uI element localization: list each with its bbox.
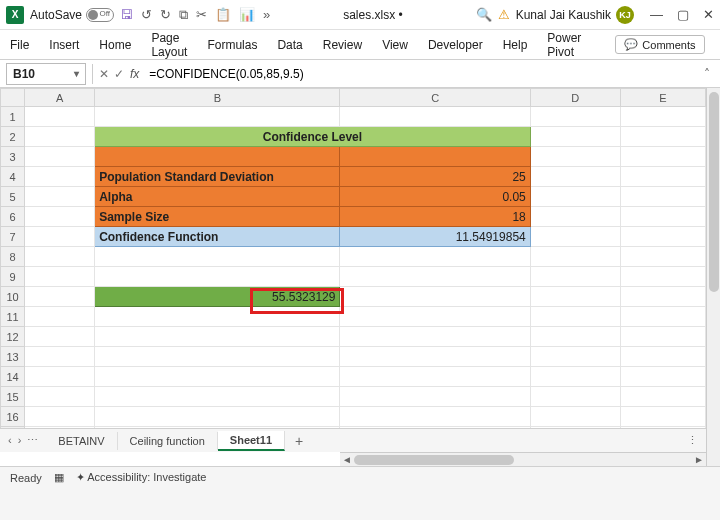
sheet-tab[interactable]: Ceiling function	[118, 432, 218, 450]
row-header[interactable]: 9	[1, 267, 25, 287]
row-header[interactable]: 13	[1, 347, 25, 367]
chevron-down-icon[interactable]: ▾	[74, 68, 79, 79]
row-header[interactable]: 2	[1, 127, 25, 147]
close-icon[interactable]: ✕	[703, 7, 714, 22]
name-box[interactable]: B10 ▾	[6, 63, 86, 85]
sheet-tab[interactable]: BETAINV	[46, 432, 117, 450]
tab-developer[interactable]: Developer	[426, 36, 485, 54]
tab-view[interactable]: View	[380, 36, 410, 54]
value-cell[interactable]: 11.54919854	[340, 227, 530, 247]
select-all-corner[interactable]	[1, 89, 25, 107]
label-cell[interactable]: Sample Size	[95, 207, 340, 227]
row-header[interactable]: 16	[1, 407, 25, 427]
more-icon[interactable]: »	[263, 7, 270, 22]
row-header[interactable]: 3	[1, 147, 25, 167]
undo-icon[interactable]: ↺	[141, 7, 152, 22]
chart-icon[interactable]: 📊	[239, 7, 255, 22]
cut-icon[interactable]: ✂	[196, 7, 207, 22]
macro-icon[interactable]: ▦	[54, 471, 64, 484]
minimize-icon[interactable]: —	[650, 7, 663, 22]
tab-prev-icon[interactable]: ‹	[8, 434, 12, 447]
accessibility-status[interactable]: ✦ Accessibility: Investigate	[76, 471, 207, 484]
comment-icon: 💬	[624, 38, 638, 51]
formula-bar: B10 ▾ ✕ ✓ fx ˄	[0, 60, 720, 88]
accessibility-icon: ✦	[76, 471, 87, 483]
add-sheet-button[interactable]: +	[285, 433, 313, 449]
vertical-scrollbar[interactable]	[706, 88, 720, 466]
search-icon[interactable]: 🔍	[476, 7, 492, 22]
row-header[interactable]: 12	[1, 327, 25, 347]
title-cell[interactable]: Confidence Level	[95, 127, 531, 147]
autosave-toggle[interactable]: Off	[86, 8, 114, 22]
row-header[interactable]: 4	[1, 167, 25, 187]
quick-access-toolbar: 🖫 ↺ ↻ ⧉ ✂ 📋 📊 »	[120, 7, 270, 23]
scroll-thumb[interactable]	[354, 455, 514, 465]
scroll-thumb[interactable]	[709, 92, 719, 292]
status-bar: Ready ▦ ✦ Accessibility: Investigate	[0, 466, 720, 488]
tab-review[interactable]: Review	[321, 36, 364, 54]
col-header[interactable]: C	[340, 89, 530, 107]
row-header[interactable]: 10	[1, 287, 25, 307]
user-name: Kunal Jai Kaushik	[516, 8, 611, 22]
status-ready: Ready	[10, 472, 42, 484]
fx-icon[interactable]: fx	[130, 67, 139, 81]
col-header[interactable]: B	[95, 89, 340, 107]
label-cell[interactable]: Population Standard Deviation	[95, 167, 340, 187]
tab-more-icon[interactable]: ⋯	[27, 434, 38, 447]
value-cell[interactable]: 25	[340, 167, 530, 187]
col-header[interactable]: E	[620, 89, 705, 107]
comments-button[interactable]: 💬 Comments	[615, 35, 704, 54]
col-header[interactable]: D	[530, 89, 620, 107]
warning-icon[interactable]: ⚠	[498, 7, 510, 22]
tab-power-pivot[interactable]: Power Pivot	[545, 29, 583, 61]
filename[interactable]: sales.xlsx •	[343, 8, 403, 22]
autosave-group: AutoSave Off	[30, 8, 114, 22]
tab-insert[interactable]: Insert	[47, 36, 81, 54]
paste-icon[interactable]: 📋	[215, 7, 231, 22]
sheet-tab-active[interactable]: Sheet11	[218, 431, 285, 451]
app-icon: X	[6, 6, 24, 24]
autosave-label: AutoSave	[30, 8, 82, 22]
ribbon: File Insert Home Page Layout Formulas Da…	[0, 30, 720, 60]
scroll-left-icon[interactable]: ◄	[340, 454, 354, 465]
tab-help[interactable]: Help	[501, 36, 530, 54]
tab-page-layout[interactable]: Page Layout	[149, 29, 189, 61]
user-account[interactable]: Kunal Jai Kaushik KJ	[516, 6, 634, 24]
save-icon[interactable]: 🖫	[120, 7, 133, 22]
value-cell[interactable]: 0.05	[340, 187, 530, 207]
label-cell[interactable]: Alpha	[95, 187, 340, 207]
value-cell[interactable]: 18	[340, 207, 530, 227]
tab-data[interactable]: Data	[275, 36, 304, 54]
avatar: KJ	[616, 6, 634, 24]
row-header[interactable]: 15	[1, 387, 25, 407]
cancel-formula-icon[interactable]: ✕	[99, 67, 109, 81]
active-cell[interactable]: 55.5323129	[95, 287, 340, 307]
row-header[interactable]: 1	[1, 107, 25, 127]
tab-options-icon[interactable]: ⋮	[679, 434, 706, 447]
tab-file[interactable]: File	[8, 36, 31, 54]
row-header[interactable]: 8	[1, 247, 25, 267]
sheet-tab-bar: ‹ › ⋯ BETAINV Ceiling function Sheet11 +…	[0, 428, 706, 452]
col-header[interactable]: A	[25, 89, 95, 107]
row-header[interactable]: 11	[1, 307, 25, 327]
accept-formula-icon[interactable]: ✓	[114, 67, 124, 81]
worksheet-area: A B C D E 1 2Confidence Level 3 4Populat…	[0, 88, 720, 466]
grid[interactable]: A B C D E 1 2Confidence Level 3 4Populat…	[0, 88, 706, 447]
tab-formulas[interactable]: Formulas	[205, 36, 259, 54]
row-header[interactable]: 14	[1, 367, 25, 387]
tab-next-icon[interactable]: ›	[18, 434, 22, 447]
redo-icon[interactable]: ↻	[160, 7, 171, 22]
titlebar: X AutoSave Off 🖫 ↺ ↻ ⧉ ✂ 📋 📊 » sales.xls…	[0, 0, 720, 30]
horizontal-scrollbar[interactable]: ◄ ►	[340, 452, 706, 466]
formula-input[interactable]	[145, 63, 698, 85]
row-header[interactable]: 6	[1, 207, 25, 227]
tab-home[interactable]: Home	[97, 36, 133, 54]
scroll-right-icon[interactable]: ►	[692, 454, 706, 465]
label-cell[interactable]: Confidence Function	[95, 227, 340, 247]
copy-icon[interactable]: ⧉	[179, 7, 188, 23]
row-header[interactable]: 7	[1, 227, 25, 247]
expand-formula-icon[interactable]: ˄	[698, 67, 716, 81]
maximize-icon[interactable]: ▢	[677, 7, 689, 22]
row-header[interactable]: 5	[1, 187, 25, 207]
